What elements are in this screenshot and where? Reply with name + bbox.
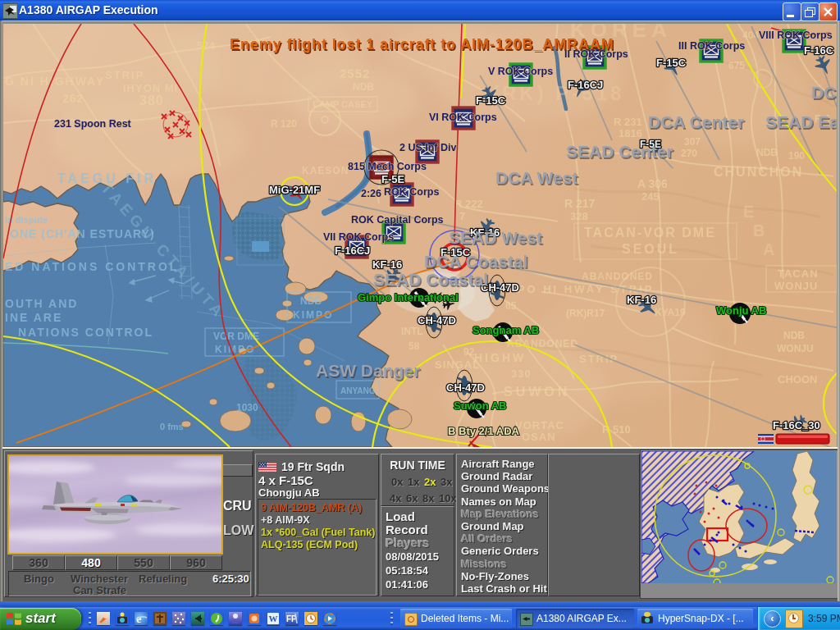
svg-text:R 120: R 120 [271,118,297,130]
svg-text:DCA West: DCA West [495,168,578,187]
svg-text:WONJU: WONJU [774,280,818,292]
svg-text:2:26: 2:26 [361,188,381,199]
svg-text:675: 675 [728,60,745,71]
svg-text:270: 270 [681,148,697,159]
svg-text:SEAD East: SEAD East [765,112,837,131]
svg-text:ROK Corps: ROK Corps [384,186,439,198]
svg-text:ED NATIONS CONTROL: ED NATIONS CONTROL [5,260,179,273]
svg-text:NDB: NDB [353,81,374,93]
svg-text:KAESON: KAESON [302,165,349,176]
svg-text:B Bty 2/1 ADA: B Bty 2/1 ADA [448,425,520,437]
svg-text:7: 7 [459,210,465,222]
svg-text:DCA Coastal: DCA Coastal [424,252,527,271]
svg-text:DCA Center: DCA Center [648,112,744,131]
svg-text:Songnam AB: Songnam AB [472,324,539,336]
svg-text:W: W [269,614,278,623]
svg-text:KF-16: KF-16 [627,294,656,306]
svg-text:NDB: NDB [300,295,322,307]
svg-text:F-16CJ: F-16CJ [335,244,370,257]
svg-text:KIMPO: KIMPO [293,309,333,321]
svg-text:B: B [753,221,765,240]
svg-text:ANYANG: ANYANG [340,386,376,395]
svg-text:262: 262 [62,92,84,105]
svg-text:IHYON MI: IHYON MI [123,82,178,94]
svg-text:92: 92 [463,346,475,358]
svg-text:R 222: R 222 [454,198,483,210]
svg-text:R 217: R 217 [564,197,596,210]
svg-text:VIII ROK Corps: VIII ROK Corps [759,30,833,41]
svg-text:NDB: NDB [756,147,778,158]
svg-text:F-15C: F-15C [476,94,506,107]
svg-text:Suwon AB: Suwon AB [454,399,507,412]
svg-text:ROK Capital Corps: ROK Capital Corps [351,214,444,226]
svg-text:OSAN: OSAN [522,431,556,443]
svg-text:307: 307 [684,136,701,148]
svg-text:TACAN: TACAN [778,267,819,280]
svg-text:KF-16: KF-16 [372,258,402,271]
svg-text:VORTAC: VORTAC [515,419,564,431]
svg-text:SINGAL: SINGAL [435,358,480,371]
svg-text:58: 58 [409,340,420,352]
svg-text:INE ARE: INE ARE [5,311,62,324]
svg-text:524: 524 [197,39,215,52]
svg-text:VI ROK Corps: VI ROK Corps [429,112,497,123]
svg-text:F-15C: F-15C [656,57,687,69]
svg-text:815 Mech Corps: 815 Mech Corps [348,161,427,172]
svg-text:190: 190 [788,150,805,162]
svg-text:231 Spoon Rest: 231 Spoon Rest [54,118,132,130]
svg-text:VII ROK Corps: VII ROK Corps [323,231,394,243]
svg-text:0 fms: 0 fms [160,422,184,431]
svg-text:ABANDONED: ABANDONED [582,271,653,282]
svg-text:330: 330 [511,368,532,380]
svg-text:2 US Inf Div: 2 US Inf Div [399,142,457,153]
svg-text:F-16CJ: F-16CJ [568,79,603,91]
svg-text:NATIONS CONTROL: NATIONS CONTROL [18,326,153,339]
svg-text:A 306: A 306 [637,177,668,190]
svg-text:Gimpo International: Gimpo International [358,291,459,304]
svg-text:(RK)R17: (RK)R17 [566,308,605,319]
svg-text:1816: 1816 [619,127,642,139]
svg-text:WONJU: WONJU [777,343,814,354]
svg-text:65: 65 [505,300,517,312]
svg-text:TACAN-VOR DME: TACAN-VOR DME [584,226,716,240]
svg-text:CHUNCHON: CHUNCHON [714,165,803,179]
svg-text:OUTH AND: OUTH AND [5,297,78,310]
svg-text:F-5E: F-5E [381,173,405,185]
svg-text:CHOON: CHOON [778,373,817,386]
svg-text:V ROK Corps: V ROK Corps [488,66,553,77]
svg-text:STRIP: STRIP [105,69,144,81]
svg-text:A: A [763,240,774,258]
svg-text:INTL: INTL [401,326,423,337]
svg-text:SEAD Coastal: SEAD Coastal [373,270,488,289]
svg-text:380: 380 [139,94,164,107]
svg-text:F-16C_30: F-16C_30 [773,419,820,431]
svg-text:CH-47D: CH-47D [446,381,485,394]
svg-text:DCA East: DCA East [811,83,837,102]
svg-text:2552: 2552 [340,66,370,80]
svg-text:404: 404 [742,30,759,41]
svg-text:HIGHW: HIGHW [474,351,526,364]
svg-text:SEAD West: SEAD West [449,228,542,247]
svg-text:III ROK Corps: III ROK Corps [678,40,745,52]
svg-text:ASW Danger: ASW Danger [316,361,420,380]
svg-text:Enemy flight lost 1 aircraft t: Enemy flight lost 1 aircraft to AIM-120B… [230,36,614,52]
svg-text:R 231: R 231 [614,116,642,128]
svg-text:SUWON: SUWON [504,385,570,399]
svg-text:E: E [743,203,754,221]
svg-text:245: 245 [641,190,660,203]
svg-text:328: 328 [570,210,588,222]
svg-text:Wonju AB: Wonju AB [716,304,766,317]
svg-text:SEOUL: SEOUL [622,242,679,256]
svg-text:MiG-21MF: MiG-21MF [269,184,320,196]
svg-text:1030: 1030 [236,402,258,413]
svg-text:SEAD Center: SEAD Center [566,142,673,161]
svg-text:F-16C: F-16C [804,44,834,57]
svg-text:G NI HIGHWAY: G NI HIGHWAY [5,75,105,88]
svg-text:NDB: NDB [783,330,805,341]
svg-text:CH-47D: CH-47D [418,314,456,326]
